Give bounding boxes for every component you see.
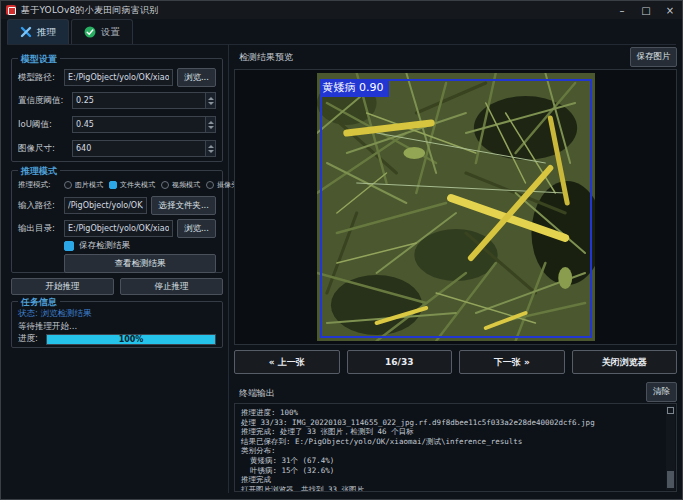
save-image-button[interactable]: 保存图片 (630, 47, 677, 67)
mode-option-image[interactable]: 图片模式 (64, 180, 103, 190)
window-controls: – □ × (610, 1, 682, 19)
preview-title: 检测结果预览 (239, 51, 293, 64)
output-dir-input[interactable] (64, 220, 173, 237)
input-path-input[interactable] (64, 197, 147, 214)
iou-input[interactable] (72, 116, 206, 133)
radio-icon (161, 181, 169, 189)
scrollbar-thumb[interactable] (667, 471, 674, 488)
terminal-output[interactable]: 推理进度: 100% 处理 33/33: IMG_20220103_114655… (234, 403, 677, 492)
close-icon[interactable]: × (658, 1, 682, 19)
terminal-title: 终端输出 (239, 387, 275, 400)
close-browser-button[interactable]: 关闭浏览器 (572, 350, 678, 374)
choose-folder-button[interactable]: 选择文件夹... (151, 196, 216, 215)
waiting-text: 等待推理开始... (18, 321, 77, 333)
next-image-button[interactable]: 下一张 » (459, 350, 565, 374)
progress-fill: 100% (47, 335, 215, 344)
model-settings-group: 模型设置 模型路径: 浏览... 置信度阈值: IoU阈值: 图像尺寸: (11, 58, 223, 162)
inference-mode-title: 推理模式 (18, 165, 60, 178)
mode-label: 推理模式: (18, 180, 58, 190)
tools-icon (20, 26, 32, 38)
terminal-line: 结果已保存到: E:/PigObject/yolo/OK/xiaomai/测试\… (241, 437, 662, 447)
detection-bbox: 黄矮病 0.90 (320, 79, 592, 338)
progress-label: 进度: (18, 333, 42, 345)
stop-inference-button[interactable]: 停止推理 (120, 278, 223, 295)
task-info-group: 任务信息 状态: 浏览检测结果 等待推理开始... 进度: 100% (11, 301, 223, 348)
save-results-checkbox[interactable] (64, 241, 74, 251)
model-browse-button[interactable]: 浏览... (177, 68, 216, 87)
start-inference-button[interactable]: 开始推理 (11, 278, 114, 295)
tab-inference[interactable]: 推理 (7, 19, 69, 44)
confidence-label: 置信度阈值: (18, 95, 72, 107)
imgsize-label: 图像尺寸: (18, 143, 72, 155)
browser-nav: « 上一张 16/33 下一张 » 关闭浏览器 (234, 350, 677, 374)
terminal-line: 打开图片浏览器，共找到 33 张图片 (241, 485, 662, 492)
image-counter-button[interactable]: 16/33 (347, 350, 453, 374)
output-browse-button[interactable]: 浏览... (177, 219, 216, 238)
tab-settings[interactable]: 设置 (71, 19, 133, 44)
terminal-line: 推理进度: 100% (241, 408, 662, 418)
mode-option-folder[interactable]: 文件夹模式 (109, 180, 155, 190)
input-path-label: 输入路径: (18, 200, 64, 212)
radio-checked-icon (109, 181, 117, 189)
app-icon (6, 5, 16, 15)
confidence-input[interactable] (72, 92, 206, 109)
iou-label: IoU阈值: (18, 119, 72, 131)
radio-icon (64, 181, 72, 189)
terminal-scrollbar[interactable] (666, 405, 675, 490)
prev-image-button[interactable]: « 上一张 (234, 350, 340, 374)
confidence-stepper[interactable] (205, 92, 216, 109)
window-title: 基于YOLOv8的小麦田间病害识别 (21, 4, 158, 17)
terminal-line: 类别分布: (241, 446, 662, 456)
save-results-label: 保存检测结果 (79, 240, 130, 252)
terminal-line: 叶锈病: 15个 (32.6%) (241, 466, 662, 476)
status-text: 状态: 浏览检测结果 (18, 308, 92, 320)
app-window: 基于YOLOv8的小麦田间病害识别 – □ × 推理 设置 模型设置 (0, 0, 683, 500)
iou-stepper[interactable] (205, 116, 216, 133)
detection-bbox-label: 黄矮病 0.90 (320, 79, 389, 97)
tab-divider (7, 44, 676, 45)
minimize-icon[interactable]: – (610, 1, 634, 19)
progress-bar: 100% (46, 334, 216, 345)
output-dir-label: 输出目录: (18, 223, 64, 235)
view-results-button[interactable]: 查看检测结果 (64, 254, 216, 273)
mode-option-video[interactable]: 视频模式 (161, 180, 200, 190)
radio-icon (206, 181, 214, 189)
check-circle-icon (84, 26, 96, 38)
scrollbar-top-marker[interactable] (667, 407, 674, 414)
maximize-icon[interactable]: □ (634, 1, 658, 19)
titlebar: 基于YOLOv8的小麦田间病害识别 – □ × (1, 1, 682, 19)
imgsize-stepper[interactable] (205, 140, 216, 157)
inference-mode-group: 推理模式 推理模式: 图片模式 文件夹模式 视频模式 摄像头模式 输入路径: (11, 170, 223, 273)
panel-divider (228, 44, 229, 493)
model-settings-title: 模型设置 (18, 53, 60, 66)
terminal-line: 推理完成: 处理了 33 张图片，检测到 46 个目标 (241, 427, 662, 437)
imgsize-input[interactable] (72, 140, 206, 157)
detection-photo: 黄矮病 0.90 (317, 73, 595, 341)
preview-area: 黄矮病 0.90 (234, 69, 677, 345)
terminal-line: 黄矮病: 31个 (67.4%) (241, 456, 662, 466)
clear-terminal-button[interactable]: 清除 (646, 382, 677, 402)
model-path-input[interactable] (64, 69, 173, 86)
terminal-line: 处理 33/33: IMG_20220103_114655_022_jpg.rf… (241, 418, 662, 428)
tabbar: 推理 设置 (7, 19, 133, 44)
model-path-label: 模型路径: (18, 72, 64, 84)
tab-settings-label: 设置 (101, 26, 120, 39)
tab-inference-label: 推理 (37, 26, 56, 39)
terminal-line: 推理完成 (241, 475, 662, 485)
